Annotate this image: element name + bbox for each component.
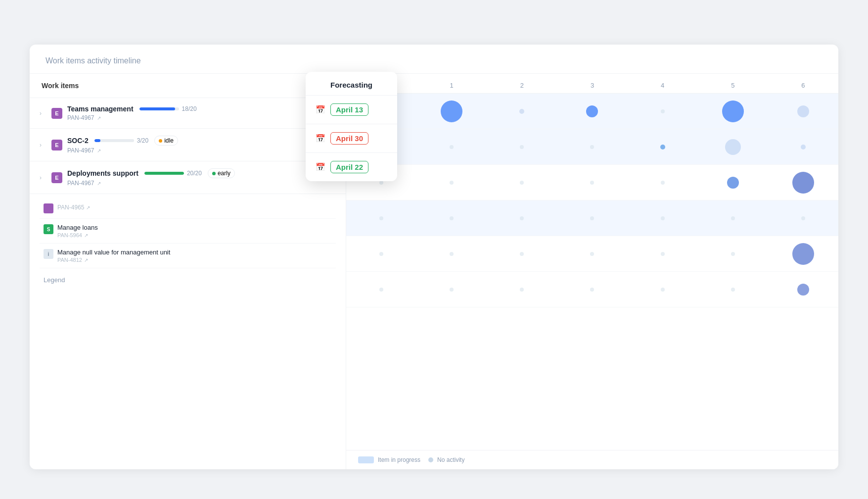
progress-fill-soc2 xyxy=(94,139,100,142)
cell-1-5 xyxy=(698,94,768,129)
work-item-row-soc2[interactable]: › E SOC-2 3/20 idle xyxy=(30,129,346,161)
dot-3-3 xyxy=(590,181,594,185)
cell-2-1 xyxy=(416,129,487,164)
col-4: 4 xyxy=(628,82,698,89)
timeline-row-1 xyxy=(346,94,838,129)
cell-4-4 xyxy=(628,200,698,236)
cell-3-5 xyxy=(698,165,768,200)
cell-4-2 xyxy=(487,200,557,236)
progress-deployments: 20/20 xyxy=(144,170,202,177)
dot-2-1 xyxy=(450,145,454,149)
progress-fill-deployments xyxy=(144,172,184,175)
sub-item-manage-loans[interactable]: S Manage loans PAN-5964 ↗ xyxy=(40,219,336,244)
cell-2-6 xyxy=(768,129,838,164)
status-dot-early xyxy=(212,172,216,175)
dot-1-6 xyxy=(797,105,809,117)
sub-item-title-manage-null: Manage null value for management unit xyxy=(57,249,332,256)
progress-soc2: 3/20 xyxy=(94,137,148,144)
epic-icon-teams: E xyxy=(51,108,62,119)
dot-4-2 xyxy=(520,216,524,220)
progress-bar-deployments xyxy=(144,172,184,175)
chevron-icon-deployments: › xyxy=(40,174,47,181)
sub-icon-pan4965 xyxy=(44,203,53,213)
dot-6-6 xyxy=(797,284,809,296)
external-link-icon-deployments: ↗ xyxy=(97,181,101,186)
legend-bar: Item in progress No activity xyxy=(346,450,838,469)
cell-4-1 xyxy=(416,200,487,236)
col-1: 1 xyxy=(416,82,487,89)
epic-icon-soc2: E xyxy=(51,140,62,150)
col-3: 3 xyxy=(557,82,627,89)
dot-2-6 xyxy=(801,145,806,150)
sub-items-area: PAN-4965 ↗ S Manage loans PAN-5964 ↗ xyxy=(30,194,346,469)
timeline-row-6 xyxy=(346,272,838,307)
popup-date-april13: 📅 April 13 xyxy=(306,96,397,124)
dot-5-29 xyxy=(379,252,383,256)
dot-4-3 xyxy=(590,216,594,220)
item-id-deployments: PAN-4967 xyxy=(67,180,94,187)
status-badge-deployments: early xyxy=(208,168,235,178)
dot-4-1 xyxy=(450,216,454,220)
cell-1-1 xyxy=(416,94,487,129)
cell-3-3 xyxy=(557,165,627,200)
dot-3-5 xyxy=(727,177,739,189)
cell-6-29 xyxy=(346,272,416,307)
cell-1-3 xyxy=(557,94,627,129)
timeline-panel: 29 1 2 3 4 5 6 xyxy=(346,74,838,469)
date-text-april22: April 22 xyxy=(330,161,368,173)
legend-label-progress: Item in progress xyxy=(378,456,420,463)
cell-6-6 xyxy=(768,272,838,307)
work-item-row-deployments[interactable]: › E Deployments support 20/20 e xyxy=(30,161,346,194)
dot-3-6 xyxy=(792,172,814,194)
calendar-icon-green-2: 📅 xyxy=(316,162,325,172)
main-container: Work items activity timeline Work items … xyxy=(30,45,838,469)
calendar-icon-green-1: 📅 xyxy=(316,105,325,114)
sub-item-pan4965[interactable]: PAN-4965 ↗ xyxy=(40,198,336,219)
sub-item-title-manage-loans: Manage loans xyxy=(57,224,332,231)
date-text-april13: April 13 xyxy=(330,103,368,116)
item-title-deployments: Deployments support xyxy=(67,169,138,177)
cell-5-3 xyxy=(557,236,627,271)
dot-1-5 xyxy=(722,100,744,122)
cell-5-6 xyxy=(768,236,838,271)
date-text-april30: April 30 xyxy=(330,132,368,145)
timeline-row-3 xyxy=(346,165,838,200)
dot-5-1 xyxy=(450,252,454,256)
work-item-row-teams[interactable]: › E Teams management 18/20 PAN-4967 xyxy=(30,98,346,129)
col-2: 2 xyxy=(487,82,557,89)
dot-5-3 xyxy=(590,252,594,256)
timeline-row-5 xyxy=(346,236,838,272)
dot-3-2 xyxy=(520,181,524,185)
dot-1-1 xyxy=(441,100,462,122)
cell-6-5 xyxy=(698,272,768,307)
dot-1-4 xyxy=(661,109,665,113)
dot-5-6 xyxy=(792,243,814,265)
chevron-icon-soc2: › xyxy=(40,142,47,149)
cell-6-1 xyxy=(416,272,487,307)
col-6: 6 xyxy=(768,82,838,89)
cell-1-2 xyxy=(487,94,557,129)
dot-4-5 xyxy=(731,216,735,220)
work-items-header: Work items xyxy=(30,74,346,98)
cell-4-6 xyxy=(768,200,838,236)
sub-item-id-manage-loans: PAN-5964 xyxy=(57,232,82,238)
legend-dot-no-activity xyxy=(428,457,433,462)
cell-6-2 xyxy=(487,272,557,307)
item-id-teams: PAN-4967 xyxy=(67,114,94,121)
timeline-grid xyxy=(346,94,838,307)
item-title-teams: Teams management xyxy=(67,105,134,113)
legend-label: Legend xyxy=(40,268,336,284)
sub-item-manage-null[interactable]: i Manage null value for management unit … xyxy=(40,244,336,268)
cell-3-1 xyxy=(416,165,487,200)
dot-6-4 xyxy=(661,288,665,292)
dot-4-4 xyxy=(661,216,665,220)
col-5: 5 xyxy=(698,82,768,89)
popup-date-april30: 📅 April 30 xyxy=(306,124,397,153)
cell-5-29 xyxy=(346,236,416,271)
forecasting-popup: Forecasting 📅 April 13 📅 April 30 📅 Apri… xyxy=(306,72,397,181)
legend-label-no-activity: No activity xyxy=(437,456,464,463)
progress-teams: 18/20 xyxy=(139,105,197,112)
dot-1-2 xyxy=(519,109,524,114)
cell-2-3 xyxy=(557,129,627,164)
dot-4-29 xyxy=(379,216,383,220)
